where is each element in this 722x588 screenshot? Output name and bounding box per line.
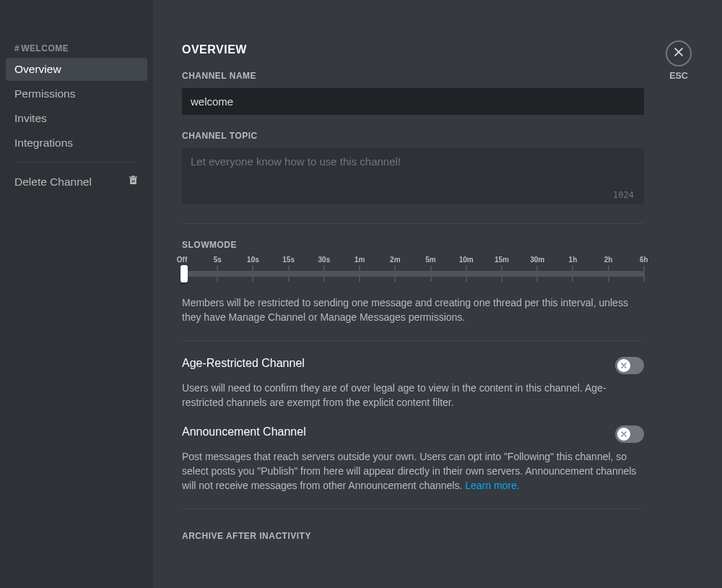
slider-tick-mark [288, 266, 290, 282]
toggle-handle-off-icon [617, 428, 630, 441]
hash-icon: # [14, 43, 19, 53]
sidebar-item-label: Integrations [14, 137, 73, 149]
sidebar-item-label: Invites [14, 112, 47, 124]
sidebar-item-invites[interactable]: Invites [6, 107, 147, 130]
toggle-handle-off-icon [617, 359, 630, 372]
age-restricted-title: Age-Restricted Channel [182, 357, 305, 370]
slider-tick-mark [608, 266, 609, 282]
section-divider [182, 509, 644, 509]
channel-topic-label: CHANNEL TOPIC [182, 131, 644, 141]
channel-name-label: CHANNEL NAME [182, 71, 644, 81]
slowmode-label: SLOWMODE [182, 240, 644, 250]
slider-tick-mark [536, 266, 538, 282]
learn-more-link[interactable]: Learn more. [465, 480, 519, 491]
sidebar-item-label: Permissions [14, 87, 75, 100]
channel-name-input[interactable] [182, 88, 644, 115]
announcement-block: Announcement Channel Post messages that … [182, 425, 644, 493]
slider-tick-label: 1h [569, 256, 578, 264]
slider-tick-label: 1m [355, 256, 365, 264]
age-restricted-block: Age-Restricted Channel Users will need t… [182, 357, 644, 410]
slider-tick-label: Off [177, 256, 187, 264]
content: OVERVIEW CHANNEL NAME CHANNEL TOPIC 1024… [182, 43, 644, 541]
close-icon [672, 46, 685, 61]
slider-tick-label: 2h [604, 256, 613, 264]
sidebar-item-integrations[interactable]: Integrations [6, 131, 147, 155]
slider-tick-mark [217, 266, 218, 282]
slowmode-slider[interactable]: Off5s10s15s30s1m2m5m10m15m30m1h2h6h [182, 257, 644, 283]
settings-sidebar: #WELCOME Overview Permissions Invites In… [0, 0, 153, 588]
slider-tick-label: 5m [425, 256, 435, 264]
sidebar-item-label: Overview [14, 63, 61, 75]
sidebar-divider [14, 162, 139, 163]
announcement-toggle[interactable] [615, 425, 644, 443]
sidebar-delete-label: Delete Channel [14, 176, 92, 189]
channel-topic-input[interactable] [182, 148, 644, 204]
slider-tick-mark [359, 266, 360, 282]
announcement-title: Announcement Channel [182, 425, 306, 438]
announcement-help: Post messages that reach servers outside… [182, 450, 644, 493]
sidebar-channel-header: #WELCOME [6, 43, 147, 58]
slider-tick-mark [501, 266, 503, 282]
slider-tick-mark [252, 266, 253, 282]
slider-thumb[interactable] [180, 265, 188, 282]
channel-topic-wrap: 1024 [182, 148, 644, 207]
slider-tick-mark [430, 266, 432, 282]
sidebar-item-delete-channel[interactable]: Delete Channel [6, 170, 147, 194]
slider-tick-label: 15m [495, 256, 509, 264]
slider-tick-label: 30m [530, 256, 544, 264]
slider-tick-label: 30s [318, 256, 331, 264]
slider-tick-mark [572, 266, 573, 282]
sidebar-item-overview[interactable]: Overview [6, 58, 147, 81]
page-title: OVERVIEW [182, 43, 644, 56]
slider-tick-mark [643, 266, 645, 282]
slider-tick-label: 5s [214, 256, 222, 264]
archive-label: ARCHIVE AFTER INACTIVITY [182, 531, 644, 541]
slowmode-help: Members will be restricted to sending on… [182, 296, 644, 324]
section-divider [182, 340, 644, 341]
trash-icon [128, 175, 139, 189]
sidebar-item-permissions[interactable]: Permissions [6, 82, 147, 105]
esc-label: ESC [669, 71, 688, 81]
slider-tick-label: 10m [459, 256, 474, 264]
slider-tick-mark [323, 266, 325, 282]
slider-tick-mark [394, 266, 396, 282]
close-container: ESC [666, 40, 692, 81]
sidebar-channel-name: WELCOME [21, 43, 69, 53]
slowmode-block: SLOWMODE Off5s10s15s30s1m2m5m10m15m30m1h… [182, 240, 644, 324]
char-count: 1024 [613, 190, 634, 200]
slider-tick-label: 15s [282, 256, 295, 264]
slider-tick-label: 10s [247, 256, 259, 264]
slider-tick-label: 6h [640, 256, 648, 264]
settings-main: ESC OVERVIEW CHANNEL NAME CHANNEL TOPIC … [153, 0, 722, 588]
age-restricted-help: Users will need to confirm they are of o… [182, 381, 644, 410]
slider-tick-label: 2m [390, 256, 400, 264]
section-divider [182, 223, 644, 224]
close-button[interactable] [666, 40, 692, 66]
age-restricted-toggle[interactable] [615, 357, 644, 374]
slider-tick-mark [466, 266, 467, 282]
